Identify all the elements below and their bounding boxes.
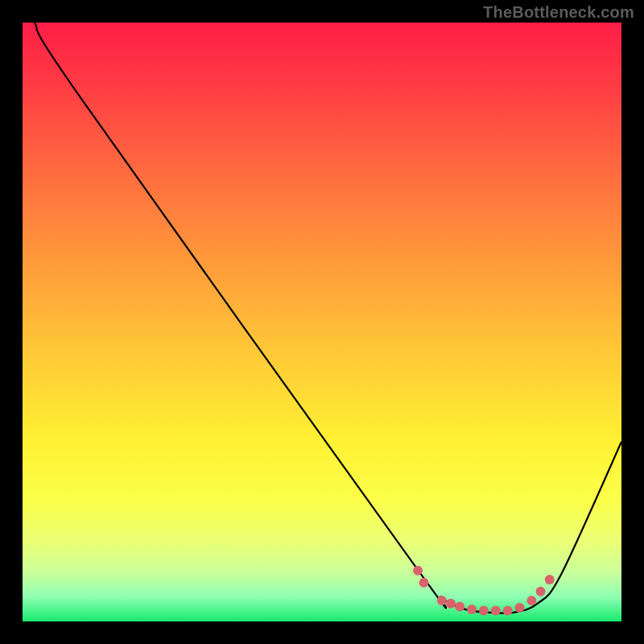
highlight-marker [419,578,428,588]
highlight-marker [545,575,555,584]
chart-container: TheBottleneck.com [0,0,644,644]
highlight-marker [437,596,447,605]
highlight-marker [413,566,423,576]
highlight-marker [491,606,501,616]
highlight-marker [503,606,513,616]
highlight-marker [526,596,536,605]
plot-background [23,23,621,621]
highlight-marker [446,599,456,609]
highlight-marker [515,603,525,613]
bottleneck-chart [0,0,644,644]
highlight-marker [536,587,546,597]
highlight-marker [455,601,464,611]
watermark-label: TheBottleneck.com [483,3,634,22]
highlight-marker [467,605,477,614]
highlight-marker [479,606,489,616]
